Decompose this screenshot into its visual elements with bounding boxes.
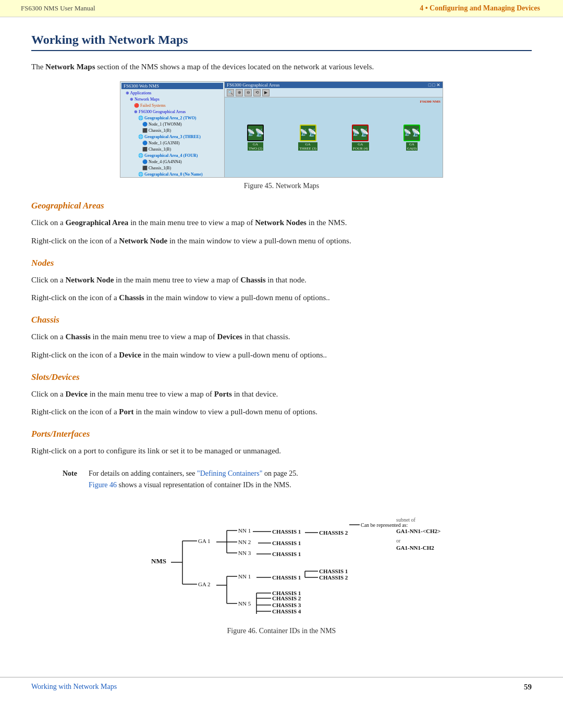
intro-paragraph: The Network Maps section of the NMS show… — [31, 60, 532, 73]
note-text: For details on adding containers, see "D… — [89, 468, 298, 491]
sim-toolbar: 🔍 ⊕ ⊖ ⟲ ▶ — [225, 88, 443, 97]
sim-tree-chassis1-b3: ⬛ Chassis_1(B) — [121, 165, 223, 171]
figure46-container: NMS GA 1 NN 1 NN 2 NN 3 CHASSIS 1 CHASSI — [31, 502, 532, 622]
sim-left-titlebar: FS6300 Web NMS — [121, 83, 223, 89]
svg-text:CHASSIS 3: CHASSIS 3 — [272, 602, 301, 608]
sim-toolbar-btn5[interactable]: ▶ — [262, 89, 270, 96]
geo-bold2: Network Nodes — [255, 218, 307, 227]
svg-text:CHASSIS 1: CHASSIS 1 — [272, 574, 301, 581]
note-defining-containers-link[interactable]: "Defining Containers" — [197, 470, 262, 477]
header-left: FS6300 NMS User Manual — [21, 4, 95, 13]
svg-text:CHASSIS 1: CHASSIS 1 — [272, 528, 301, 535]
intro-mid: section of the NMS shows a map of the de… — [95, 63, 374, 71]
note-line1-prefix: For details on adding containers, see — [89, 470, 197, 477]
sim-tree-chassis1-b: ⬛ Chassis_1(B) — [121, 128, 223, 134]
note-line2-suffix: shows a visual representation of contain… — [117, 481, 291, 489]
sim-node-label-three: GATHREE (3) — [298, 142, 317, 151]
sim-brand-label: FS6300 NMS — [420, 100, 440, 104]
svg-text:CHASSIS 2: CHASSIS 2 — [319, 574, 348, 581]
sim-node-icon-zero: 📡 — [403, 125, 420, 141]
sim-tree-node1-two: 🔵 Node_1 (TWONM) — [121, 121, 223, 128]
svg-text:CHASSIS 2: CHASSIS 2 — [272, 595, 301, 601]
sim-tree-node4: 🔵 Node_4 (GA4NN4) — [121, 159, 223, 165]
section-heading-nodes: Nodes — [31, 258, 532, 268]
svg-text:CHASSIS 2: CHASSIS 2 — [319, 529, 348, 536]
svg-text:NN 1: NN 1 — [238, 573, 251, 579]
svg-text:GA1-NN1-CH2: GA1-NN1-CH2 — [396, 545, 434, 551]
section-heading-chassis: Chassis — [31, 315, 532, 325]
sim-right-title-text: FS6300 Geographical Areas — [227, 82, 279, 88]
svg-text:CHASSIS 1: CHASSIS 1 — [272, 540, 301, 546]
sim-node-icon-four: 📡 — [352, 125, 369, 141]
sim-node-label-two: GATWO (2) — [248, 142, 263, 151]
sim-toolbar-btn4[interactable]: ⟲ — [253, 89, 261, 96]
header-bullet: 4 • Configuring and Managing Devices — [420, 4, 540, 12]
note-box: Note For details on adding containers, s… — [63, 468, 532, 491]
figure46-svg: NMS GA 1 NN 1 NN 2 NN 3 CHASSIS 1 CHASSI — [120, 502, 443, 622]
sim-node-icon-two: 📡 — [247, 125, 264, 141]
sim-left-panel: FS6300 Web NMS ⊕ Applications ⊕ Network … — [120, 82, 225, 177]
sim-tree-applications: ⊕ Applications — [121, 90, 223, 96]
sim-tree-chassis1-b2: ⬛ Chassis_1(B) — [121, 146, 223, 153]
chassis-bold3: Device — [119, 351, 141, 359]
figure45-caption: Figure 45. Network Maps — [31, 182, 532, 190]
sim-tree-node1-three: 🔵 Node_1 (GA3NH) — [121, 140, 223, 146]
sim-node-label-four: GAFOUR (4) — [352, 142, 369, 151]
sim-tree-ga0: 🌐 Geographical Area_0 (No Name) — [121, 171, 223, 178]
sim-window-controls: □ □ ✕ — [429, 82, 440, 88]
svg-text:NN 2: NN 2 — [238, 539, 251, 545]
figure46-caption: Figure 46. Container IDs in the NMS — [31, 627, 532, 635]
svg-text:GA1-NN1-<CH2>: GA1-NN1-<CH2> — [396, 528, 440, 534]
svg-text:GA 2: GA 2 — [198, 581, 211, 587]
sim-right-content: FS6300 Geographical Areas □ □ ✕ 🔍 ⊕ ⊖ ⟲ … — [225, 82, 443, 177]
sim-right-titlebar: FS6300 Geographical Areas □ □ ✕ — [225, 82, 443, 88]
svg-text:or: or — [396, 538, 401, 544]
main-content: Working with Network Maps The Network Ma… — [0, 17, 563, 667]
geo-bold3: Network Node — [119, 237, 167, 245]
header-right: 4 • Configuring and Managing Devices — [420, 4, 542, 13]
sim-toolbar-btn1[interactable]: 🔍 — [227, 89, 234, 96]
svg-text:NN 1: NN 1 — [238, 527, 251, 534]
section-heading-slots: Slots/Devices — [31, 372, 532, 382]
svg-text:CHASSIS 1: CHASSIS 1 — [272, 551, 301, 557]
slots-bold1: Device — [65, 390, 87, 398]
svg-text:NN 5: NN 5 — [238, 600, 251, 607]
sim-right-panel: FS6300 Geographical Areas □ □ ✕ 🔍 ⊕ ⊖ ⟲ … — [225, 82, 443, 177]
svg-text:CHASSIS 4: CHASSIS 4 — [272, 608, 301, 614]
intro-bold1: Network Maps — [45, 63, 95, 71]
page-title: Working with Network Maps — [31, 33, 532, 51]
chassis-bold1: Chassis — [65, 332, 90, 341]
figure45-container: FS6300 Web NMS ⊕ Applications ⊕ Network … — [31, 81, 532, 178]
slots-bold3: Port — [119, 408, 133, 416]
nodes-bold1: Network Node — [65, 276, 114, 284]
nodes-para1: Click on a Network Node in the main menu… — [31, 274, 532, 287]
sim-tree-ga4: 🌐 Geographical Area_4 (FOUR) — [121, 153, 223, 159]
nodes-para2: Right-click on the icon of a Chassis in … — [31, 291, 532, 304]
header-bar: FS6300 NMS User Manual 4 • Configuring a… — [0, 0, 563, 17]
figure45-screenshot: FS6300 Web NMS ⊕ Applications ⊕ Network … — [120, 81, 443, 178]
sim-toolbar-btn2[interactable]: ⊕ — [236, 89, 243, 96]
sim-tree-failed: 🔴 Failed Systems — [121, 103, 223, 109]
svg-text:Can be represented as:: Can be represented as: — [361, 522, 408, 528]
page-footer: Working with Network Maps 59 — [0, 677, 563, 697]
note-label: Note — [63, 468, 83, 491]
svg-text:CHASSIS 1: CHASSIS 1 — [319, 568, 348, 574]
sim-node-zero: 📡 GAGA(0) — [403, 125, 420, 151]
footer-page-number: 59 — [524, 683, 532, 692]
svg-text:NMS: NMS — [151, 557, 166, 565]
slots-bold2: Ports — [214, 390, 232, 398]
sim-tree-network-maps: ⊕ Network Maps — [121, 96, 223, 103]
sim-tree-ga2: 🌐 Geographical Area_2 (TWO) — [121, 115, 223, 121]
sim-node-four: 📡 GAFOUR (4) — [352, 125, 369, 151]
chassis-para2: Right-click on the icon of a Device in t… — [31, 349, 532, 362]
footer-link[interactable]: Working with Network Maps — [31, 683, 117, 691]
sim-toolbar-btn3[interactable]: ⊖ — [244, 89, 252, 96]
svg-text:subnet of: subnet of — [396, 517, 416, 523]
sim-window: FS6300 Web NMS ⊕ Applications ⊕ Network … — [120, 82, 443, 177]
slots-para1: Click on a Device in the main menu tree … — [31, 388, 532, 401]
ports-para1: Right-click on a port to configure its l… — [31, 445, 532, 458]
sim-node-three: 📡 GATHREE (3) — [298, 125, 317, 151]
note-figure46-link[interactable]: Figure 46 — [89, 481, 117, 489]
geo-para1: Click on a Geographical Area in the main… — [31, 216, 532, 229]
geo-bold1: Geographical Area — [65, 218, 128, 227]
